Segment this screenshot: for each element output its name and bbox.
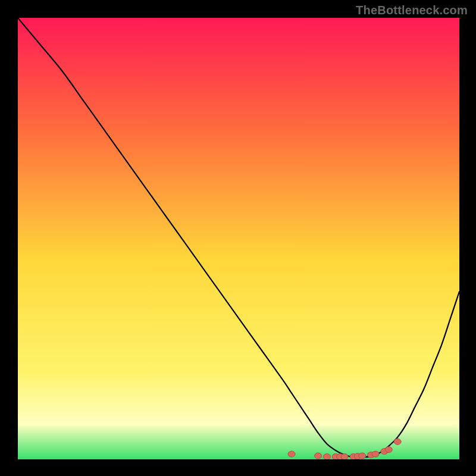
data-marker bbox=[394, 439, 401, 444]
data-marker bbox=[385, 447, 392, 453]
data-marker bbox=[323, 454, 330, 459]
gradient-background bbox=[18, 18, 459, 459]
data-marker bbox=[288, 451, 295, 457]
data-marker bbox=[372, 451, 379, 457]
watermark-text: TheBottleneck.com bbox=[356, 4, 468, 17]
chart-svg bbox=[18, 18, 459, 459]
data-marker bbox=[359, 453, 366, 459]
plot-area bbox=[18, 18, 459, 459]
data-marker bbox=[315, 453, 322, 459]
data-marker bbox=[341, 454, 348, 459]
chart-container: TheBottleneck.com bbox=[0, 0, 476, 476]
